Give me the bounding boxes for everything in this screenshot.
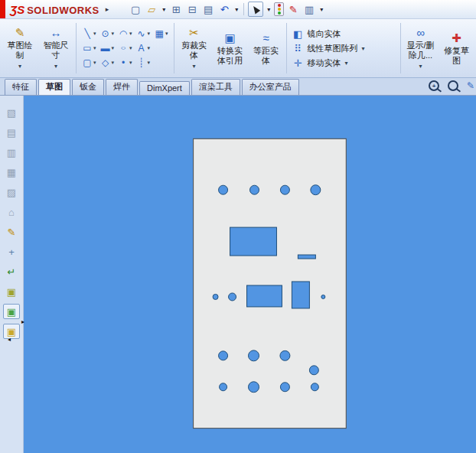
arc-tool-button[interactable]: ◠▾: [117, 28, 133, 40]
point-tool-button[interactable]: •▾: [117, 57, 133, 69]
dropdown-arrow-icon[interactable]: ▾: [193, 61, 196, 71]
rectangle-tool-button[interactable]: ▭▾: [81, 42, 97, 54]
grid-layers-icon[interactable]: ▣: [3, 284, 20, 299]
hole-rect[interactable]: [247, 285, 282, 307]
move-cross-icon[interactable]: +: [3, 244, 20, 259]
text-tool-button[interactable]: A▾: [135, 42, 152, 54]
view-top-icon[interactable]: ▥: [3, 145, 20, 160]
hole-circle[interactable]: [250, 185, 259, 194]
view-section-icon[interactable]: ▨: [3, 184, 20, 200]
flyout-arrow-left-icon[interactable]: ◂: [8, 336, 11, 343]
dropdown-arrow-icon[interactable]: ▾: [345, 60, 348, 67]
dropdown-arrow-icon[interactable]: ▾: [318, 2, 324, 16]
display-delete-relations-button[interactable]: ∞ 显示/删 除几... ▾: [404, 24, 438, 72]
dropdown-arrow-icon[interactable]: ▾: [165, 31, 168, 37]
make-assembly-icon[interactable]: ⊟: [185, 2, 199, 16]
dropdown-arrow-icon[interactable]: ▾: [419, 61, 422, 71]
view-iso-icon[interactable]: ▦: [3, 165, 20, 180]
select-cursor-icon[interactable]: [248, 2, 263, 17]
hole-circle[interactable]: [249, 382, 259, 393]
exit-sketch-icon[interactable]: ↵: [3, 264, 20, 279]
part-face[interactable]: [194, 139, 347, 428]
hole-circle[interactable]: [280, 383, 289, 392]
dropdown-arrow-icon[interactable]: ▾: [18, 61, 21, 71]
hole-circle[interactable]: [321, 295, 325, 298]
open-folder-icon[interactable]: ▱: [145, 2, 158, 16]
hole-circle[interactable]: [311, 383, 318, 391]
convert-entities-button[interactable]: ▣ 转换实 体引用: [214, 30, 247, 67]
grid-layers-selected-icon[interactable]: ▣: [3, 324, 20, 339]
circle-tool-button[interactable]: ⊙▾: [99, 28, 116, 40]
hole-circle[interactable]: [280, 350, 290, 360]
dropdown-arrow-icon[interactable]: ▾: [129, 31, 132, 37]
hole-circle[interactable]: [229, 293, 236, 301]
polygon-tool-button[interactable]: ◇▾: [99, 57, 116, 69]
zoom-area-icon[interactable]: [448, 80, 458, 91]
mirror-entities-button[interactable]: ◧ 镜向实体: [292, 28, 365, 40]
tab-weldments[interactable]: 焊件: [106, 79, 138, 95]
dropdown-arrow-icon[interactable]: ▾: [112, 45, 115, 51]
hole-circle[interactable]: [311, 185, 321, 195]
dropdown-arrow-icon[interactable]: ▾: [148, 60, 151, 66]
centerline-tool-button[interactable]: ┊▾: [135, 57, 152, 69]
graphics-viewport[interactable]: [24, 96, 476, 453]
tab-dimxpert[interactable]: DimXpert: [139, 81, 190, 95]
dropdown-arrow-icon[interactable]: ▾: [93, 60, 96, 66]
normal-to-icon[interactable]: ⌂: [3, 204, 20, 220]
flyout-arrow-right-icon[interactable]: ▸: [21, 318, 24, 325]
sketch-draw-button[interactable]: ✎ 草图绘 制 ▾: [3, 24, 37, 72]
linear-sketch-pattern-button[interactable]: ⠿ 线性草图阵列 ▾: [292, 43, 365, 54]
trim-entities-button[interactable]: ✂ 剪裁实 体 ▾: [178, 24, 211, 72]
clipped-tool-icon[interactable]: ✎: [467, 80, 474, 91]
dropdown-arrow-icon[interactable]: ▾: [233, 2, 240, 16]
hole-circle[interactable]: [220, 383, 227, 391]
rebuild-trafficlight-icon[interactable]: [274, 2, 284, 16]
hole-circle[interactable]: [309, 366, 318, 375]
dropdown-arrow-icon[interactable]: ▾: [266, 2, 272, 16]
print-icon[interactable]: ▤: [201, 2, 215, 16]
parallelogram-tool-button[interactable]: ▢▾: [81, 57, 97, 69]
repair-sketch-button[interactable]: ✚ 修复草 图: [440, 30, 474, 67]
dropdown-arrow-icon[interactable]: ▾: [161, 2, 167, 16]
tab-features[interactable]: 特征: [5, 79, 37, 95]
dropdown-arrow-icon[interactable]: ▾: [93, 45, 96, 51]
slot-tool-button[interactable]: ▬▾: [99, 42, 116, 54]
spline-tool-button[interactable]: ∿▾: [135, 28, 152, 40]
dropdown-arrow-icon[interactable]: ▾: [148, 45, 151, 51]
dropdown-arrow-icon[interactable]: ▾: [93, 31, 96, 37]
edit-color-pencil-icon[interactable]: ✎: [286, 2, 300, 16]
make-drawing-icon[interactable]: ⊞: [169, 2, 183, 16]
hole-circle[interactable]: [280, 185, 289, 194]
sketch-pattern-tool-button[interactable]: ▦▾: [153, 28, 169, 40]
view-front-icon[interactable]: ▤: [3, 125, 20, 140]
sheetmetal-part-sketch[interactable]: [24, 96, 476, 453]
hole-rect[interactable]: [292, 282, 309, 308]
zoom-in-icon[interactable]: +: [429, 80, 439, 91]
tab-render-tools[interactable]: 渲染工具: [191, 79, 240, 95]
offset-entities-button[interactable]: ≈ 等距实 体: [249, 30, 283, 67]
tab-sheet-metal[interactable]: 钣金: [72, 79, 104, 95]
dropdown-arrow-icon[interactable]: ▾: [362, 45, 365, 52]
hole-rect[interactable]: [230, 227, 277, 256]
hole-circle[interactable]: [213, 294, 218, 299]
tab-sketch[interactable]: 草图: [38, 79, 70, 95]
dropdown-arrow-icon[interactable]: ▾: [54, 61, 57, 71]
hole-rect[interactable]: [298, 255, 315, 259]
line-tool-button[interactable]: ╲▾: [81, 28, 97, 40]
menu-expand-arrow-icon[interactable]: ▸: [106, 5, 109, 13]
tab-office-products[interactable]: 办公室产品: [242, 79, 299, 95]
move-entities-button[interactable]: ✛ 移动实体 ▾: [292, 57, 365, 69]
smart-dimension-button[interactable]: ↔ 智能尺 寸 ▾: [39, 24, 73, 72]
dropdown-arrow-icon[interactable]: ▾: [112, 31, 115, 37]
ellipse-tool-button[interactable]: ○▾: [117, 42, 133, 54]
hole-circle[interactable]: [219, 351, 228, 360]
hole-circle[interactable]: [249, 350, 259, 361]
options-icon[interactable]: ▥: [302, 2, 316, 16]
undo-icon[interactable]: ↶: [217, 2, 231, 16]
sketch-pencil-icon[interactable]: ✎: [3, 224, 20, 240]
dropdown-arrow-icon[interactable]: ▾: [112, 60, 115, 66]
dropdown-arrow-icon[interactable]: ▾: [129, 60, 132, 66]
view-orientation-icon[interactable]: ▧: [3, 105, 20, 120]
dropdown-arrow-icon[interactable]: ▾: [148, 31, 151, 37]
new-document-icon[interactable]: ▢: [129, 2, 142, 16]
